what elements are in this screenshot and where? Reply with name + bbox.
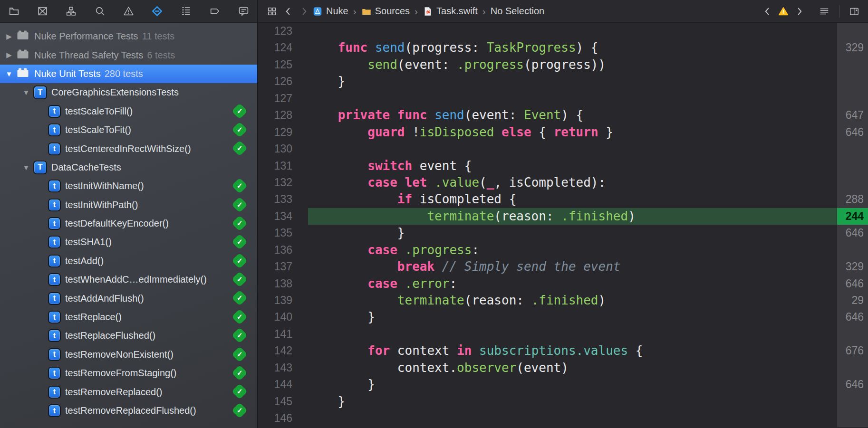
- code-line[interactable]: 134 terminate(reason: .finished)244: [258, 208, 868, 225]
- coverage-count[interactable]: 288: [837, 191, 868, 208]
- test-method-row[interactable]: ttestRemoveNonExistent()✓: [0, 345, 257, 364]
- line-number[interactable]: 134: [258, 208, 292, 225]
- add-editor-icon[interactable]: [849, 6, 859, 17]
- test-method-row[interactable]: ttestRemoveFromStaging()✓: [0, 364, 257, 382]
- code-line[interactable]: 127: [258, 90, 868, 107]
- test-class-row[interactable]: ▼TDataCacheTests: [0, 158, 257, 177]
- line-number[interactable]: 138: [258, 276, 292, 292]
- issue-navigator-icon[interactable]: [123, 5, 135, 18]
- test-method-row[interactable]: ttestWhenAddC…edImmediately()✓: [0, 270, 257, 289]
- test-class-row[interactable]: ▼TCoreGraphicsExtensionsTests: [0, 83, 257, 102]
- related-items-icon[interactable]: [267, 6, 277, 17]
- disclosure-collapsed-icon[interactable]: ▶: [5, 51, 13, 59]
- code-line[interactable]: 124 func send(progress: TaskProgress) {3…: [258, 39, 868, 56]
- line-number[interactable]: 144: [258, 376, 292, 393]
- line-number[interactable]: 135: [258, 225, 292, 241]
- disclosure-expanded-icon[interactable]: ▼: [22, 88, 30, 96]
- code-line[interactable]: 140 }646: [258, 309, 868, 325]
- line-number[interactable]: 136: [258, 242, 292, 258]
- breakpoint-navigator-icon[interactable]: [209, 5, 221, 18]
- code-line[interactable]: 141: [258, 326, 868, 342]
- test-method-row[interactable]: ttestRemoveReplacedFlushed()✓: [0, 401, 257, 420]
- report-navigator-icon[interactable]: [237, 5, 250, 18]
- test-navigator-icon[interactable]: [151, 5, 164, 18]
- test-method-row[interactable]: ttestReplaceFlushed()✓: [0, 326, 257, 345]
- warning-badge-icon[interactable]: [778, 6, 789, 17]
- editor-options-icon[interactable]: [819, 6, 829, 17]
- breadcrumb-item[interactable]: Sources: [361, 6, 410, 17]
- test-suite-row[interactable]: ▶Nuke Performance Tests11 tests: [0, 27, 257, 46]
- line-number[interactable]: 143: [258, 360, 292, 376]
- code-line[interactable]: 126 }: [258, 73, 868, 90]
- line-number[interactable]: 124: [258, 39, 292, 56]
- test-suite-row[interactable]: ▶Nuke Thread Safety Tests6 tests: [0, 46, 257, 64]
- chevron-left-icon[interactable]: [283, 6, 293, 17]
- line-number[interactable]: 146: [258, 410, 292, 427]
- code-line[interactable]: 137 break // Simply send the event329: [258, 258, 868, 275]
- breadcrumb-item[interactable]: Nuke: [312, 6, 348, 17]
- line-number[interactable]: 129: [258, 124, 292, 141]
- line-number[interactable]: 132: [258, 174, 292, 191]
- line-number[interactable]: 142: [258, 342, 292, 359]
- code-line[interactable]: 139 terminate(reason: .finished)29: [258, 292, 868, 309]
- coverage-count[interactable]: 646: [837, 124, 868, 141]
- line-number[interactable]: 125: [258, 57, 292, 73]
- test-navigator-sidebar[interactable]: ▶Nuke Performance Tests11 tests▶Nuke Thr…: [0, 23, 257, 428]
- line-number[interactable]: 130: [258, 141, 292, 157]
- symbol-navigator-icon[interactable]: [65, 5, 77, 18]
- coverage-count[interactable]: 646: [837, 225, 868, 241]
- code-line[interactable]: 143 context.observer(event): [258, 360, 868, 376]
- line-number[interactable]: 140: [258, 309, 292, 325]
- source-editor[interactable]: 123124 func send(progress: TaskProgress)…: [257, 23, 868, 428]
- code-line[interactable]: 133 if isCompleted {288: [258, 191, 868, 208]
- test-method-row[interactable]: ttestScaleToFill()✓: [0, 102, 257, 121]
- test-suite-row[interactable]: ▼Nuke Unit Tests280 tests: [0, 65, 257, 83]
- code-line[interactable]: 145 }: [258, 393, 868, 410]
- disclosure-collapsed-icon[interactable]: ▶: [5, 32, 13, 41]
- line-number[interactable]: 131: [258, 158, 292, 174]
- code-line[interactable]: 128 private func send(event: Event) {647: [258, 107, 868, 124]
- code-line[interactable]: 135 }646: [258, 225, 868, 241]
- test-method-row[interactable]: ttestDefaultKeyEncoder()✓: [0, 214, 257, 233]
- test-method-row[interactable]: ttestCenteredInRectWithSize()✓: [0, 139, 257, 158]
- code-line[interactable]: 129 guard !isDisposed else { return }646: [258, 124, 868, 141]
- coverage-count[interactable]: 244: [837, 208, 868, 225]
- coverage-count[interactable]: 329: [837, 39, 868, 56]
- search-navigator-icon[interactable]: [94, 5, 106, 18]
- source-control-navigator-icon[interactable]: [36, 5, 48, 18]
- test-method-row[interactable]: ttestRemoveReplaced()✓: [0, 382, 257, 401]
- breadcrumb-item[interactable]: No Selection: [491, 6, 544, 17]
- coverage-count[interactable]: 676: [837, 342, 868, 359]
- disclosure-expanded-icon[interactable]: ▼: [22, 163, 30, 171]
- test-method-row[interactable]: ttestScaleToFit()✓: [0, 121, 257, 139]
- line-number[interactable]: 137: [258, 258, 292, 275]
- chevron-right-icon[interactable]: [299, 6, 309, 17]
- test-method-row[interactable]: ttestAddAndFlush()✓: [0, 289, 257, 307]
- project-navigator-icon[interactable]: [8, 5, 20, 18]
- test-method-row[interactable]: ttestAdd()✓: [0, 252, 257, 270]
- code-line[interactable]: 144 }646: [258, 376, 868, 393]
- test-method-row[interactable]: ttestReplace()✓: [0, 308, 257, 326]
- coverage-count[interactable]: 29: [837, 292, 868, 309]
- coverage-count[interactable]: 646: [837, 309, 868, 325]
- line-number[interactable]: 139: [258, 292, 292, 309]
- debug-navigator-icon[interactable]: [180, 5, 192, 18]
- code-line[interactable]: 131 switch event {: [258, 158, 868, 174]
- code-line[interactable]: 136 case .progress:: [258, 242, 868, 258]
- next-issue-button[interactable]: [794, 6, 805, 17]
- test-method-row[interactable]: ttestSHA1()✓: [0, 233, 257, 251]
- test-method-row[interactable]: ttestInitWithPath()✓: [0, 196, 257, 214]
- code-line[interactable]: 125 send(event: .progress(progress)): [258, 57, 868, 73]
- coverage-count[interactable]: 329: [837, 258, 868, 275]
- disclosure-expanded-icon[interactable]: ▼: [5, 70, 13, 78]
- line-number[interactable]: 145: [258, 393, 292, 410]
- code-line[interactable]: 142 for context in subscriptions.values …: [258, 342, 868, 359]
- line-number[interactable]: 133: [258, 191, 292, 208]
- line-number[interactable]: 126: [258, 73, 292, 90]
- code-line[interactable]: 130: [258, 141, 868, 157]
- code-line[interactable]: 132 case let .value(_, isCompleted):: [258, 174, 868, 191]
- code-line[interactable]: 123: [258, 23, 868, 39]
- code-line[interactable]: 146: [258, 410, 868, 427]
- coverage-count[interactable]: 646: [837, 376, 868, 393]
- line-number[interactable]: 128: [258, 107, 292, 124]
